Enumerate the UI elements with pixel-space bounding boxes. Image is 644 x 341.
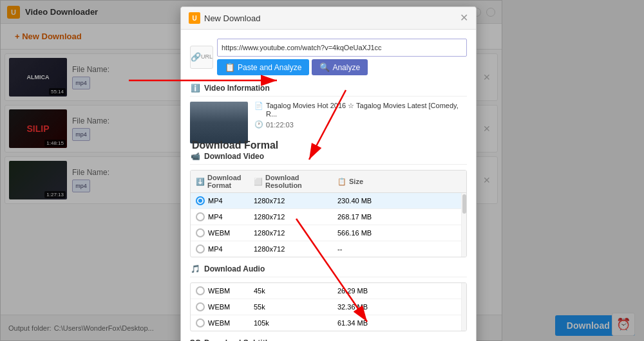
resolution-header: ⬜ Download Resolution	[254, 174, 337, 189]
modal-title-left: U New Download	[189, 12, 260, 24]
radio-button[interactable]	[196, 244, 205, 253]
preview-duration: 🕐 01:22:03	[254, 120, 467, 129]
radio-cell: WEBM	[196, 318, 254, 327]
scrollbar[interactable]	[461, 193, 466, 257]
url-section: 🔗 URL 📋 Paste and Analyze 🔍 Analyze	[190, 39, 467, 75]
preview-info: 📄 Tagalog Movies Hot 2016 ☆ Tagalog Movi…	[254, 102, 467, 129]
resolution-cell: 1280x712	[254, 229, 337, 237]
modal-titlebar: U New Download ✕	[181, 7, 476, 30]
radio-button[interactable]	[196, 212, 205, 221]
size-cell: 268.17 MB	[337, 213, 395, 221]
preview-title: 📄 Tagalog Movies Hot 2016 ☆ Tagalog Movi…	[254, 102, 467, 118]
download-audio-header: 🎵 Download Audio	[190, 264, 467, 277]
video-info-header: ℹ️ Video Information	[190, 83, 467, 97]
info-icon: ℹ️	[190, 83, 200, 93]
radio-cell: MP4	[196, 212, 254, 221]
audio-scrollbar[interactable]	[461, 283, 466, 331]
table-row[interactable]: WEBM 45k 26.29 MB	[191, 283, 461, 299]
format-header: ⬇️ Download Format	[196, 174, 254, 189]
audio-icon: 🎵	[190, 264, 200, 274]
resolution-cell: 1280x712	[254, 245, 337, 253]
size-cell: --	[337, 245, 395, 253]
size-header-icon: 📋	[337, 178, 346, 186]
radio-button[interactable]	[196, 286, 205, 295]
audio-table-with-scroll: WEBM 45k 26.29 MB WEBM 55k 32.36 MB	[191, 283, 466, 331]
size-cell: 26.29 MB	[337, 287, 395, 295]
download-audio-section: 🎵 Download Audio WEBM 45k 26.29 MB	[190, 264, 467, 331]
radio-button[interactable]	[196, 228, 205, 237]
resolution-header-icon: ⬜	[254, 178, 263, 186]
url-icon: 🔗 URL	[190, 46, 213, 69]
download-subtitle-section: CC Download Subtitle Original Subtitles …	[190, 338, 467, 341]
radio-cell: MP4	[196, 196, 254, 205]
analyze-button[interactable]: 🔍 Analyze	[312, 59, 368, 75]
modal-close-button[interactable]: ✕	[460, 13, 468, 23]
video-icon: 📹	[190, 151, 200, 161]
url-input[interactable]	[217, 39, 467, 57]
subtitle-icon: CC	[190, 338, 200, 341]
download-video-section: 📹 Download Video ⬇️ Download Format ⬜ Do…	[190, 151, 467, 257]
link-icon: 🔗	[191, 52, 201, 62]
resolution-cell: 1280x712	[254, 197, 337, 205]
modal-dialog: U New Download ✕ 🔗 URL 📋 Paste and Analy…	[180, 6, 477, 341]
scrollbar-placeholder	[395, 174, 404, 189]
radio-cell: WEBM	[196, 286, 254, 295]
table-row[interactable]: MP4 1280x712 268.17 MB	[191, 209, 461, 225]
size-cell: 230.40 MB	[337, 197, 395, 205]
video-preview: 📄 Tagalog Movies Hot 2016 ☆ Tagalog Movi…	[190, 102, 467, 143]
radio-button[interactable]	[196, 302, 205, 311]
bitrate-cell: 105k	[254, 319, 337, 327]
url-input-group: 📋 Paste and Analyze 🔍 Analyze	[217, 39, 467, 75]
table-row[interactable]: MP4 1280x712 --	[191, 241, 461, 257]
table-header: ⬇️ Download Format ⬜ Download Resolution…	[191, 170, 466, 193]
download-subtitle-header: CC Download Subtitle	[190, 338, 467, 341]
clock-icon: 🕐	[254, 120, 263, 129]
bitrate-cell: 55k	[254, 303, 337, 311]
preview-thumbnail	[190, 102, 248, 143]
scrollbar-thumb[interactable]	[462, 194, 466, 214]
table-with-scroll: MP4 1280x712 230.40 MB MP4 1280x712	[191, 193, 466, 257]
size-cell: 566.16 MB	[337, 229, 395, 237]
paste-icon: 📋	[225, 62, 235, 72]
table-row[interactable]: WEBM 55k 32.36 MB	[191, 299, 461, 315]
bitrate-cell: 45k	[254, 287, 337, 295]
download-table: ⬇️ Download Format ⬜ Download Resolution…	[190, 170, 467, 257]
modal-logo: U	[189, 12, 200, 24]
preview-image	[190, 102, 248, 143]
format-header-icon: ⬇️	[196, 178, 205, 186]
search-icon: 🔍	[319, 62, 330, 72]
audio-rows: WEBM 45k 26.29 MB WEBM 55k 32.36 MB	[191, 283, 461, 331]
file-icon: 📄	[254, 102, 263, 110]
table-row[interactable]: MP4 1280x712 230.40 MB	[191, 193, 461, 209]
modal-body: 🔗 URL 📋 Paste and Analyze 🔍 Analyze	[181, 30, 476, 341]
size-cell: 32.36 MB	[337, 303, 395, 311]
radio-cell: MP4	[196, 244, 254, 253]
size-header: 📋 Size	[337, 174, 395, 189]
video-rows: MP4 1280x712 230.40 MB MP4 1280x712	[191, 193, 461, 257]
download-video-header: 📹 Download Video	[190, 151, 467, 165]
url-buttons: 📋 Paste and Analyze 🔍 Analyze	[217, 59, 467, 75]
radio-cell: WEBM	[196, 228, 254, 237]
table-row[interactable]: WEBM 105k 61.34 MB	[191, 315, 461, 331]
radio-button[interactable]	[196, 318, 205, 327]
paste-analyze-button[interactable]: 📋 Paste and Analyze	[217, 59, 309, 75]
modal-title: New Download	[204, 14, 260, 23]
size-cell: 61.34 MB	[337, 319, 395, 327]
radio-cell: WEBM	[196, 302, 254, 311]
resolution-cell: 1280x712	[254, 213, 337, 221]
radio-button[interactable]	[196, 196, 205, 205]
audio-table: WEBM 45k 26.29 MB WEBM 55k 32.36 MB	[190, 282, 467, 331]
table-row[interactable]: WEBM 1280x712 566.16 MB	[191, 225, 461, 241]
